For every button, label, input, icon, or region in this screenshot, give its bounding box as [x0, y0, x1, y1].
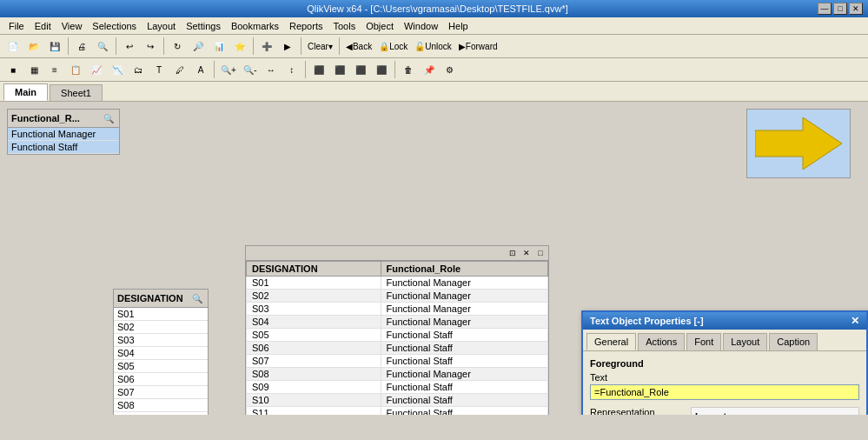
- list-item[interactable]: S04: [114, 347, 208, 360]
- col-functional-role: Functional_Role: [381, 262, 547, 277]
- add-button[interactable]: ➕: [257, 37, 276, 56]
- list-item[interactable]: S01: [114, 308, 208, 321]
- tb2-align3[interactable]: ⬛: [351, 60, 370, 79]
- tab-sheet1[interactable]: Sheet1: [50, 84, 103, 101]
- lock-label: Lock: [389, 42, 407, 51]
- tb2-btn2[interactable]: ▦: [24, 60, 43, 79]
- tb2-zoom1[interactable]: 🔍+: [218, 60, 239, 79]
- menu-file[interactable]: File: [3, 17, 30, 35]
- new-button[interactable]: 📄: [3, 37, 23, 56]
- menu-layout[interactable]: Layout: [142, 17, 181, 35]
- save-button[interactable]: 💾: [45, 37, 64, 56]
- list-item[interactable]: Functional Manager: [8, 128, 119, 141]
- tab-layout[interactable]: Layout: [723, 333, 767, 350]
- forward-button[interactable]: ▶ Forward: [456, 37, 500, 56]
- list-item[interactable]: Functional Staff: [8, 141, 119, 154]
- table-tb-btn2[interactable]: ✕: [520, 247, 533, 259]
- functional-role-listbox: Functional_R... 🔍 Functional Manager Fun…: [7, 109, 120, 155]
- sep8: [305, 61, 306, 78]
- chart-button[interactable]: 📊: [209, 37, 229, 56]
- menu-edit[interactable]: Edit: [30, 17, 56, 35]
- data-grid: DESIGNATION Functional_Role S01Functiona…: [246, 261, 548, 415]
- preview-button[interactable]: 🔍: [93, 37, 112, 56]
- tb2-btn9[interactable]: 🖊: [170, 60, 189, 79]
- listbox-search-icon[interactable]: 🔍: [102, 111, 116, 125]
- menu-help[interactable]: Help: [443, 17, 474, 35]
- unlock-button[interactable]: 🔓 Unlock: [412, 37, 454, 56]
- table-row: S10Functional Staff: [247, 394, 548, 407]
- tb2-align2[interactable]: ⬛: [330, 60, 349, 79]
- star-button[interactable]: ⭐: [230, 37, 249, 56]
- refresh-button[interactable]: ↻: [168, 37, 187, 56]
- tb2-btn3[interactable]: ≡: [45, 60, 64, 79]
- tb2-btn8[interactable]: T: [149, 60, 169, 79]
- lock-button[interactable]: 🔒 Lock: [376, 37, 410, 56]
- menu-object[interactable]: Object: [361, 17, 399, 35]
- tb2-btn10[interactable]: A: [191, 60, 210, 79]
- list-item[interactable]: S09: [114, 412, 208, 415]
- print-button[interactable]: 🖨: [72, 37, 91, 56]
- list-item[interactable]: S05: [114, 360, 208, 373]
- tab-actions[interactable]: Actions: [638, 333, 685, 350]
- forward-label: Forward: [466, 42, 498, 51]
- table-tb-maximize[interactable]: □: [534, 247, 547, 259]
- menu-window[interactable]: Window: [399, 17, 443, 35]
- table-row: S09Functional Staff: [247, 381, 548, 394]
- tab-font[interactable]: Font: [686, 333, 721, 350]
- dialog-close-button[interactable]: ✕: [851, 315, 859, 327]
- back-label: Back: [353, 42, 372, 51]
- designation-title: DESIGNATION: [117, 293, 183, 303]
- menu-bar: File Edit View Selections Layout Setting…: [0, 17, 868, 35]
- tb2-btn7[interactable]: 🗂: [129, 60, 148, 79]
- minimize-button[interactable]: —: [818, 3, 832, 15]
- menu-settings[interactable]: Settings: [181, 17, 226, 35]
- list-item[interactable]: S08: [114, 399, 208, 412]
- tb2-btn5[interactable]: 📈: [87, 60, 106, 79]
- text-value-input[interactable]: [590, 384, 859, 400]
- sep1: [68, 37, 69, 55]
- menu-tools[interactable]: Tools: [328, 17, 361, 35]
- menu-selections[interactable]: Selections: [87, 17, 142, 35]
- list-item[interactable]: S07: [114, 386, 208, 399]
- table-row: S04Functional Manager: [247, 316, 548, 329]
- list-item[interactable]: S02: [114, 321, 208, 334]
- list-item[interactable]: S03: [114, 334, 208, 347]
- back-button[interactable]: ◀ Back: [343, 37, 374, 56]
- tab-main[interactable]: Main: [3, 83, 48, 101]
- tb2-btn11[interactable]: ↔: [262, 60, 281, 79]
- table-cell: Functional Manager: [381, 290, 547, 303]
- tb2-action1[interactable]: 🗑: [399, 60, 418, 79]
- functional-role-title: Functional_R...: [11, 113, 80, 123]
- table-cell: S07: [247, 355, 381, 368]
- tb2-btn6[interactable]: 📉: [108, 60, 127, 79]
- tab-general[interactable]: General: [586, 333, 636, 350]
- tb2-align1[interactable]: ⬛: [309, 60, 328, 79]
- close-button[interactable]: ✕: [849, 3, 863, 15]
- table-cell: Functional Staff: [381, 407, 547, 416]
- tb2-action3[interactable]: ⚙: [441, 60, 460, 79]
- menu-reports[interactable]: Reports: [284, 17, 328, 35]
- tb2-action2[interactable]: 📌: [420, 60, 439, 79]
- designation-search-icon[interactable]: 🔍: [190, 291, 204, 305]
- tb2-btn12[interactable]: ↕: [282, 60, 301, 79]
- tab-caption[interactable]: Caption: [769, 333, 818, 350]
- redo-button[interactable]: ↪: [141, 37, 160, 56]
- menu-bookmarks[interactable]: Bookmarks: [226, 17, 284, 35]
- menu-view[interactable]: View: [56, 17, 88, 35]
- data-table: ⊡ ✕ □ DESIGNATION Functional_Role S01Fun…: [245, 245, 549, 415]
- undo-button[interactable]: ↩: [120, 37, 139, 56]
- find-button[interactable]: 🔎: [189, 37, 208, 56]
- table-tb-btn1[interactable]: ⊡: [507, 247, 519, 259]
- clear-dropdown[interactable]: Clear▾: [305, 37, 335, 56]
- tb2-btn1[interactable]: ■: [3, 60, 23, 79]
- maximize-button[interactable]: □: [833, 3, 847, 15]
- tb2-align4[interactable]: ⬛: [372, 60, 391, 79]
- properties-dialog: Text Object Properties [-] ✕ General Act…: [581, 310, 868, 415]
- representation-layout-row: Representation Text Hide Text When Image…: [590, 407, 859, 415]
- open-button[interactable]: 📂: [24, 37, 43, 56]
- tb2-zoom2[interactable]: 🔍-: [241, 60, 260, 79]
- representation-col: Representation Text Hide Text When Image…: [590, 407, 684, 415]
- list-item[interactable]: S06: [114, 373, 208, 386]
- arrow-button[interactable]: ▶: [278, 37, 297, 56]
- tb2-btn4[interactable]: 📋: [66, 60, 85, 79]
